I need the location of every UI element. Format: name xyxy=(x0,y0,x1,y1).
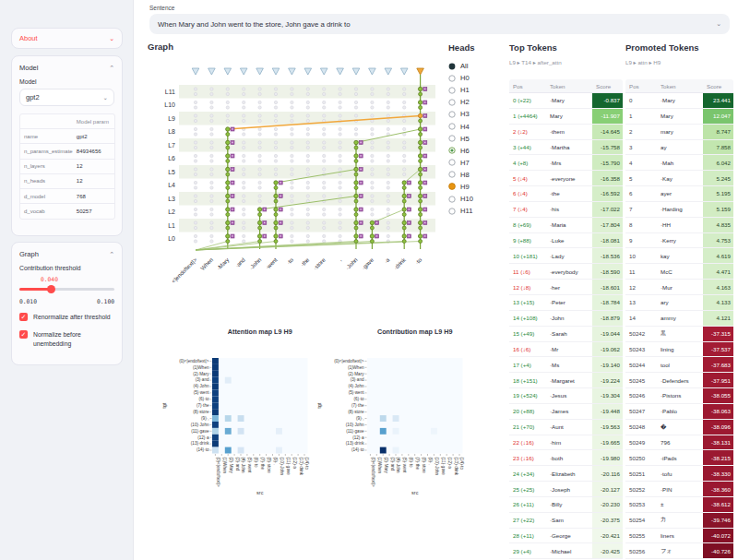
table-row[interactable]: 27 (+22)·Sam-20.375 xyxy=(509,513,623,529)
table-row[interactable]: 4 (+8)·Mrs-15.790 xyxy=(509,155,623,171)
slider-thumb[interactable] xyxy=(47,285,55,293)
table-row[interactable]: 19 (+524)·Jesus-19.304 xyxy=(509,388,623,404)
table-row[interactable]: 10 (+181)·Lady-18.536 xyxy=(509,248,623,264)
head-option-h1[interactable]: H1 xyxy=(448,84,502,96)
table-row[interactable]: 1 (+4464)Mary-11.907 xyxy=(509,109,623,125)
table-row[interactable]: 23 (↓16)·both-19.980 xyxy=(509,450,623,466)
table-row[interactable]: 8 (+69)·Maria-17.804 xyxy=(509,218,623,233)
table-row[interactable]: 20 (+88)·James-19.448 xyxy=(509,404,623,420)
table-row[interactable]: 6 (↓4)·the-16.592 xyxy=(509,186,623,202)
table-row[interactable]: 25 (+25)·Joseph-20.127 xyxy=(509,482,623,497)
table-row[interactable]: 7·Harding5.159 xyxy=(625,202,733,218)
svg-text:(5)·went: (5)·went xyxy=(194,390,210,395)
head-option-h11[interactable]: H11 xyxy=(448,205,502,217)
table-row[interactable]: 5·Kay5.245 xyxy=(625,171,733,186)
table-row[interactable]: 14 (+108)·John-18.879 xyxy=(509,311,623,327)
table-row[interactable]: 50243lining-37.537 xyxy=(625,342,733,358)
table-row[interactable]: 1Mary12.047 xyxy=(625,109,733,125)
svg-text:·store: ·store xyxy=(312,256,327,271)
svg-text:src: src xyxy=(256,490,264,495)
svg-text:(6)·to: (6)·to xyxy=(354,397,364,401)
table-row[interactable]: 2 (↓2)·them-14.645 xyxy=(509,125,623,140)
table-row[interactable]: 50244tool-37.683 xyxy=(625,357,733,373)
table-row[interactable]: 6ayer5.195 xyxy=(625,186,733,202)
table-row[interactable]: 10kay4.619 xyxy=(625,248,733,264)
model-select[interactable]: gpt2 ⌄ xyxy=(19,89,114,106)
table-row[interactable]: 16 (↓6)·Mr-19.062 xyxy=(509,342,623,358)
head-option-h0[interactable]: H0 xyxy=(448,72,502,84)
table-row[interactable]: 17 (+4)·Ms-19.140 xyxy=(509,357,623,373)
table-row[interactable]: 2mary8.747 xyxy=(625,125,733,140)
checkbox-normalize-before-unembedding[interactable]: ✓Normalize before unembedding xyxy=(19,330,114,349)
about-label: About xyxy=(19,34,38,42)
svg-text:(7)·the: (7)·the xyxy=(415,458,420,471)
table-row[interactable]: 50256フォ-40.726 xyxy=(625,543,733,559)
checkbox-renormalize-after-threshold[interactable]: ✓Renormalize after threshold xyxy=(19,313,114,322)
table-row[interactable]: 11 (↓6)·everybody-18.590 xyxy=(509,264,623,280)
table-row[interactable]: 29 (+4)·Michael-20.425 xyxy=(509,543,623,559)
table-row[interactable]: 50255liners-40.072 xyxy=(625,529,733,544)
head-radio-icon xyxy=(448,159,456,166)
table-row[interactable]: 50252·PIN-38.360 xyxy=(625,482,733,497)
head-option-h3[interactable]: H3 xyxy=(448,108,502,120)
table-row[interactable]: 13ary4.133 xyxy=(625,295,733,311)
head-option-h6[interactable]: H6 xyxy=(448,145,502,157)
head-option-h5[interactable]: H5 xyxy=(448,133,502,145)
table-row[interactable]: 50254力-39.746 xyxy=(625,513,733,529)
svg-text:·the: ·the xyxy=(299,256,311,268)
head-option-h10[interactable]: H10 xyxy=(448,193,502,205)
table-row[interactable]: 5 (↓4)·everyone-16.358 xyxy=(509,171,623,186)
table-row[interactable]: 50245·Defenders-37.951 xyxy=(625,373,733,388)
sentence-select[interactable]: When Mary and John went to the store, Jo… xyxy=(149,14,730,34)
head-option-all[interactable]: All xyxy=(448,60,502,72)
table-row[interactable]: 50249796-38.131 xyxy=(625,435,733,451)
table-row[interactable]: 50250·iPads-38.215 xyxy=(625,450,733,466)
table-row[interactable]: 50251·tofu-38.330 xyxy=(625,466,733,482)
head-option-h7[interactable]: H7 xyxy=(448,157,502,169)
table-row[interactable]: 8·HH4.835 xyxy=(625,218,733,233)
table-row[interactable]: 26 (+11)·Billy-20.230 xyxy=(509,497,623,513)
table-row[interactable]: 9·Kerry4.753 xyxy=(625,233,733,249)
svg-text:(13)·drink: (13)·drink xyxy=(346,441,364,446)
svg-text:(7)·the: (7)·the xyxy=(196,403,209,408)
svg-text:,: , xyxy=(337,256,342,262)
table-row[interactable]: 9 (+88)·Luke-18.081 xyxy=(509,233,623,249)
about-expander[interactable]: About ⌄ xyxy=(11,28,123,49)
table-row[interactable]: 24 (+34)·Elizabeth-20.116 xyxy=(509,466,623,482)
table-row[interactable]: 12·Mur4.163 xyxy=(625,280,733,295)
table-row[interactable]: 14ammy4.121 xyxy=(625,311,733,327)
table-row[interactable]: 3 (+44)·Martha-15.758 xyxy=(509,140,623,156)
contribution-map[interactable]: Contribution map L9 H9(0)<|endoftext|>(0… xyxy=(310,323,506,558)
table-row[interactable]: 7 (↓4)·his-17.022 xyxy=(509,202,623,218)
table-row[interactable]: 50246·Pistons-38.055 xyxy=(625,388,733,404)
table-row[interactable]: 50248�-38.096 xyxy=(625,420,733,435)
table-row: n_heads12 xyxy=(20,174,114,189)
graph-settings-header[interactable]: Graph ⌃ xyxy=(19,250,114,258)
model-expander-header[interactable]: Model ⌃ xyxy=(19,64,114,72)
table-row[interactable]: 50247·Pablo-38.063 xyxy=(625,404,733,420)
table-row[interactable]: 0·Mary23.441 xyxy=(625,93,733,109)
table-row[interactable]: 50253±-38.612 xyxy=(625,497,733,513)
head-option-h2[interactable]: H2 xyxy=(448,96,502,108)
table-row[interactable]: 12 (↓8)·her-18.601 xyxy=(509,280,623,295)
table-row[interactable]: 13 (+15)·Peter-18.784 xyxy=(509,295,623,311)
table-row[interactable]: 3ay7.858 xyxy=(625,140,733,156)
table-row[interactable]: 15 (+49)·Sarah-19.044 xyxy=(509,327,623,342)
contribution-graph[interactable]: L11L10L9L8L7L6L5L4L3L2L1L0<|endoftext|>W… xyxy=(146,54,443,323)
head-option-h9[interactable]: H9 xyxy=(448,181,502,193)
svg-text:(6)·to: (6)·to xyxy=(409,458,413,468)
head-option-h4[interactable]: H4 xyxy=(448,120,502,132)
svg-text:L5: L5 xyxy=(168,169,175,175)
table-row[interactable]: 18 (+151)·Margaret-19.224 xyxy=(509,373,623,388)
svg-text:L8: L8 xyxy=(168,128,175,135)
threshold-slider[interactable]: 0.040 xyxy=(19,284,114,293)
svg-text:(3)·and: (3)·and xyxy=(351,377,364,382)
table-row[interactable]: 11McC4.471 xyxy=(625,264,733,280)
head-option-h8[interactable]: H8 xyxy=(448,169,502,181)
table-row[interactable]: 50242黒-37.315 xyxy=(625,327,733,342)
table-row[interactable]: 22 (↓16)·him-19.665 xyxy=(509,435,623,451)
table-row[interactable]: 0 (+22)·Mary-0.837 xyxy=(509,93,623,109)
table-row[interactable]: 4·Mah6.042 xyxy=(625,155,733,171)
table-row[interactable]: 28 (+11)·George-20.421 xyxy=(509,529,623,544)
table-row[interactable]: 21 (+70)·Aunt-19.563 xyxy=(509,420,623,435)
